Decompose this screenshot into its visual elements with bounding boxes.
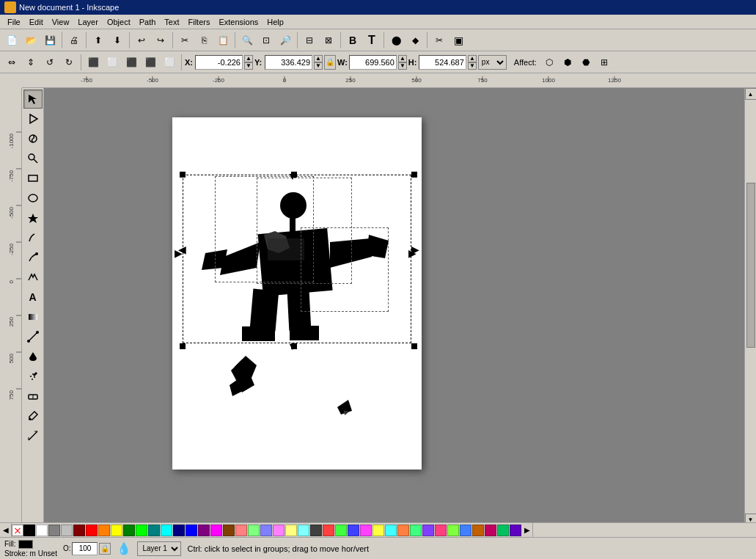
scroll-thumb-v[interactable] xyxy=(746,183,755,348)
menu-item-object[interactable]: Object xyxy=(103,16,135,28)
cut-button[interactable]: ✂ xyxy=(176,32,194,49)
menu-item-layer[interactable]: Layer xyxy=(73,16,103,28)
select-tool-btn[interactable] xyxy=(23,89,43,109)
color-swatch-38[interactable] xyxy=(497,525,509,536)
text-tool-btn-left[interactable]: A xyxy=(23,288,43,307)
menu-item-extensions[interactable]: Extensions xyxy=(214,16,263,28)
color-swatch-16[interactable] xyxy=(223,525,235,536)
color-swatch-8[interactable] xyxy=(123,525,135,536)
pencil-tool-btn[interactable] xyxy=(23,228,43,247)
align-top-btn[interactable]: ⬛ xyxy=(142,54,159,71)
menu-item-view[interactable]: View xyxy=(48,16,74,28)
color-swatch-14[interactable] xyxy=(198,525,210,536)
color-swatch-39[interactable] xyxy=(510,525,521,536)
color-swatch-22[interactable] xyxy=(298,525,309,536)
color-swatch-1[interactable] xyxy=(36,525,48,536)
menu-item-help[interactable]: Help xyxy=(263,16,288,28)
color-swatch-36[interactable] xyxy=(472,525,484,536)
color-swatch-29[interactable] xyxy=(385,525,397,536)
w-down[interactable]: ▼ xyxy=(398,62,407,70)
zoom-tool-btn[interactable] xyxy=(23,149,43,168)
fill-tool-btn[interactable] xyxy=(23,347,43,366)
color-swatch-21[interactable] xyxy=(285,525,297,536)
affect-geom-btn[interactable]: ⬡ xyxy=(540,54,558,71)
color-swatch-34[interactable] xyxy=(447,525,459,536)
fill-icon[interactable]: ▣ xyxy=(449,32,467,49)
h-down[interactable]: ▼ xyxy=(468,62,477,70)
zoom-in-button[interactable]: 🔍 xyxy=(238,32,256,49)
menu-item-path[interactable]: Path xyxy=(135,16,161,28)
color-swatch-26[interactable] xyxy=(348,525,359,536)
color-swatch-7[interactable] xyxy=(111,525,122,536)
copy-button[interactable]: ⎘ xyxy=(195,32,213,49)
color-swatch-32[interactable] xyxy=(422,525,434,536)
y-input[interactable] xyxy=(265,55,312,70)
color-swatch-24[interactable] xyxy=(323,525,334,536)
color-swatch-11[interactable] xyxy=(161,525,172,536)
align-button[interactable]: ⊟ xyxy=(301,32,318,49)
color-swatch-17[interactable] xyxy=(235,525,247,536)
rotate-cw-btn[interactable]: ↻ xyxy=(60,54,78,71)
transform-button[interactable]: ⊠ xyxy=(320,32,337,49)
color-swatch-19[interactable] xyxy=(260,525,272,536)
ellipse-tool-btn[interactable] xyxy=(23,189,43,208)
redo-button[interactable]: ↪ xyxy=(152,32,169,49)
gradient-tool-btn[interactable] xyxy=(23,307,43,326)
unit-select[interactable]: px mm cm in xyxy=(478,55,507,70)
menu-item-file[interactable]: File xyxy=(3,16,25,28)
print-button[interactable]: 🖨 xyxy=(65,32,83,49)
affect-parents-btn[interactable]: ⊞ xyxy=(595,54,613,71)
color-swatch-37[interactable] xyxy=(485,525,496,536)
color-swatch-23[interactable] xyxy=(310,525,322,536)
affect-visual-btn[interactable]: ⬢ xyxy=(559,54,576,71)
color-swatch-4[interactable] xyxy=(73,525,85,536)
import-button[interactable]: ⬆ xyxy=(89,32,107,49)
color-swatch-18[interactable] xyxy=(248,525,260,536)
color-swatch-12[interactable] xyxy=(173,525,185,536)
color-swatch-33[interactable] xyxy=(435,525,447,536)
y-up[interactable]: ▲ xyxy=(314,55,323,62)
scissors-icon[interactable]: ✂ xyxy=(430,32,448,49)
color-swatch-25[interactable] xyxy=(335,525,347,536)
menu-item-filters[interactable]: Filters xyxy=(184,16,215,28)
x-up[interactable]: ▲ xyxy=(244,55,253,62)
no-color-swatch[interactable] xyxy=(12,525,23,536)
zoom-fit-button[interactable]: ⊡ xyxy=(257,32,275,49)
lock-opacity-btn[interactable]: 🔒 xyxy=(99,543,111,555)
dropper-status-btn[interactable]: 💧 xyxy=(117,541,131,555)
color-swatch-13[interactable] xyxy=(186,525,197,536)
menu-item-text[interactable]: Text xyxy=(160,16,183,28)
color-swatch-10[interactable] xyxy=(148,525,160,536)
color-swatch-0[interactable] xyxy=(23,525,35,536)
text-tool-icon[interactable]: T xyxy=(363,32,381,49)
scroll-up-btn[interactable]: ▲ xyxy=(745,88,757,100)
calligraphy-tool-btn[interactable] xyxy=(23,268,43,287)
w-input[interactable] xyxy=(349,55,397,70)
save-button[interactable]: 💾 xyxy=(41,32,59,49)
color-swatch-35[interactable] xyxy=(460,525,471,536)
tweak-tool-btn[interactable] xyxy=(23,129,43,148)
h-input[interactable] xyxy=(419,55,466,70)
eraser-tool-btn[interactable] xyxy=(23,387,43,406)
layer-select[interactable]: Layer 1 xyxy=(137,541,181,556)
color-swatch-31[interactable] xyxy=(410,525,422,536)
spray-tool-btn[interactable] xyxy=(23,367,43,386)
menu-item-edit[interactable]: Edit xyxy=(25,16,48,28)
color-swatch-20[interactable] xyxy=(273,525,285,536)
palette-scroll-left[interactable]: ◀ xyxy=(0,523,12,538)
color-swatch-9[interactable] xyxy=(136,525,147,536)
zoom-out-button[interactable]: 🔎 xyxy=(276,32,294,49)
flip-v-btn[interactable]: ⇕ xyxy=(22,54,40,71)
x-input[interactable] xyxy=(195,55,243,70)
rotate-ccw-btn[interactable]: ↺ xyxy=(41,54,59,71)
color-swatch-6[interactable] xyxy=(98,525,110,536)
path-icon[interactable]: ◆ xyxy=(406,32,424,49)
opacity-input[interactable] xyxy=(72,542,98,555)
affect-anchors-btn[interactable]: ⬣ xyxy=(577,54,595,71)
export-button[interactable]: ⬇ xyxy=(109,32,126,49)
color-swatch-15[interactable] xyxy=(210,525,222,536)
align-left-btn[interactable]: ⬛ xyxy=(84,54,102,71)
w-up[interactable]: ▲ xyxy=(398,55,407,62)
fill-swatch[interactable] xyxy=(18,540,33,549)
palette-scroll-right[interactable]: ▶ xyxy=(521,523,533,538)
